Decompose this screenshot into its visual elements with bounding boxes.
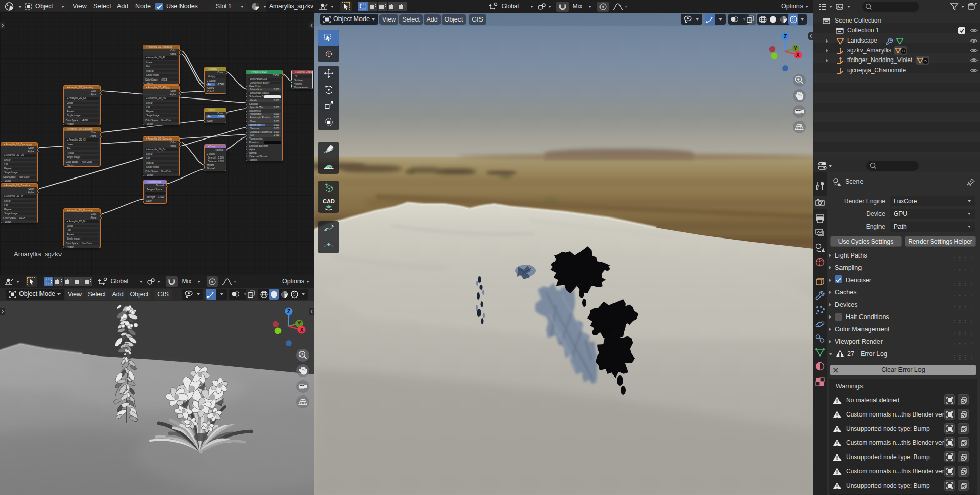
svg-text:Y: Y (297, 321, 301, 326)
svg-text:X: X (300, 327, 304, 333)
svg-text:Y: Y (794, 46, 797, 51)
svg-text:Z: Z (784, 34, 787, 39)
svg-text:X: X (796, 52, 800, 58)
svg-text:Z: Z (287, 309, 290, 314)
